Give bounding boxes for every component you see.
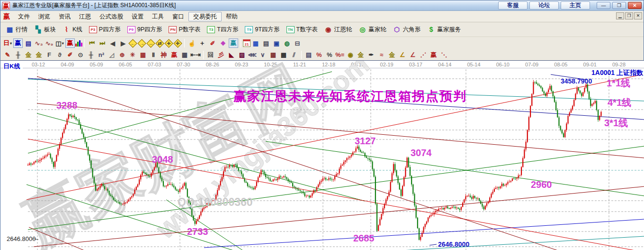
fan-box-icon[interactable]: ◣ [227, 50, 236, 60]
swap-horizontal-icon[interactable]: ⇄ [155, 39, 164, 47]
menu-item-资讯[interactable]: 资讯 [54, 12, 75, 21]
gold-box-icon[interactable]: 金 [387, 50, 397, 60]
target-circle-icon[interactable]: ⊕ [117, 50, 127, 60]
speed-lines-icon[interactable]: ⋰ [419, 50, 428, 60]
percent-table-icon[interactable]: ▤ [304, 50, 313, 60]
grid-b-icon[interactable]: ▩ [279, 50, 288, 60]
period-day-icon[interactable]: 日▾ [3, 38, 12, 48]
toolbar-kline[interactable]: ⌇K线 [59, 24, 86, 35]
send-web-icon[interactable]: ◍ [282, 38, 292, 48]
child-minimize-button[interactable]: ▁ [616, 12, 624, 19]
shift-right-icon[interactable]: → [137, 39, 146, 47]
child-close-button[interactable]: ✕ [634, 12, 642, 19]
grid-123-icon[interactable]: ▦ [180, 50, 189, 60]
minimize-button[interactable]: — [597, 2, 610, 9]
chart-3-icon[interactable]: ∿₃ [34, 38, 44, 48]
angle-tool-icon[interactable]: ◿ [107, 50, 116, 60]
spiral-tool-icon[interactable]: ϑ [55, 50, 64, 60]
toolbar-t-number-table[interactable]: TNT数字表 [283, 24, 321, 35]
ying-tool-icon[interactable]: 赢 [170, 50, 179, 60]
v-lines-icon[interactable]: ∨ [258, 50, 268, 60]
ink-pen-icon[interactable]: ✒ [367, 50, 376, 60]
percent-zigzag-icon[interactable]: % [314, 50, 324, 60]
toolbar-hexagon[interactable]: ⬡六角形 [390, 24, 424, 35]
calculator-icon[interactable]: ▦ [251, 38, 260, 48]
menu-item-公式选股[interactable]: 公式选股 [95, 12, 127, 21]
menu-item-江恩[interactable]: 江恩 [75, 12, 95, 21]
grid-target-icon[interactable]: ▦ [138, 50, 148, 60]
f-angle-icon[interactable]: ∠ [408, 50, 418, 60]
marker-brush-icon[interactable]: ✐ [65, 50, 75, 60]
toolbar-9t-square[interactable]: T99T四方形 [242, 24, 283, 35]
winner-stamp-blue-icon[interactable]: 赢 [13, 38, 23, 48]
menu-item-帮助[interactable]: 帮助 [222, 12, 242, 21]
gold-ruler-b-icon[interactable]: 金 [34, 50, 44, 60]
customer-service-button[interactable]: 客服 [498, 1, 528, 9]
info-panel-icon[interactable]: ▤ [24, 38, 33, 48]
save-icon[interactable]: ▣ [272, 38, 281, 48]
price-ruler-icon[interactable]: ╫ [86, 50, 96, 60]
trend-arrows-icon[interactable]: ⋘ [248, 50, 257, 60]
toolbar-gann-wheel[interactable]: ◉江恩轮 [321, 24, 356, 35]
menu-item-文件[interactable]: 文件 [14, 12, 34, 21]
print-icon[interactable]: ⊟ [293, 38, 302, 48]
volume-bars-icon[interactable] [75, 40, 82, 46]
toolbar-9p-square[interactable]: P99P四方形 [124, 24, 166, 35]
gold-circle-icon[interactable]: ◉ [346, 50, 355, 60]
toolbar-p-square[interactable]: P3P四方形 [86, 24, 124, 35]
fan-lines-icon[interactable]: 彡 [216, 50, 226, 60]
toolbar-t-square[interactable]: T3T四方形 [204, 24, 242, 35]
time-circle-icon[interactable]: ⊙ [76, 50, 85, 60]
toolbar-sectors[interactable]: ▚板块 [31, 24, 59, 35]
shen-tool-icon[interactable]: 神 [159, 50, 169, 60]
next-page-icon[interactable]: ▶ [118, 38, 128, 48]
menu-item-浏览[interactable]: 浏览 [34, 12, 54, 21]
candle-style-icon[interactable]: ◫▾ [55, 38, 64, 48]
expand-all-icon[interactable]: ✛ [164, 39, 173, 47]
gold-ruler-a-icon[interactable]: 金 [24, 50, 33, 60]
homepage-button[interactable]: 主页 [561, 1, 590, 9]
child-restore-button[interactable]: ❐ [625, 12, 633, 19]
pattern-tool-icon[interactable]: ❖ [218, 38, 228, 48]
menu-item-交易委托[interactable]: 交易委托 [188, 12, 222, 21]
toolbar-p-number-table[interactable]: PNP数字表 [165, 24, 204, 35]
winner-stamp-cyan-icon[interactable]: 赢 [229, 38, 238, 48]
last-page-icon[interactable]: ⏭ [98, 38, 107, 48]
j-angle-icon[interactable]: ∠ [398, 50, 407, 60]
parallel-lines-icon[interactable]: ⫽ [289, 50, 299, 60]
close-button[interactable]: ✕ [628, 2, 642, 9]
menu-item-工具[interactable]: 工具 [148, 12, 168, 21]
toolbar-quotes[interactable]: ▦行情 [2, 24, 31, 35]
gann-ruler-icon[interactable]: ╫ [13, 50, 23, 60]
percent-lines-icon[interactable]: %≡ [335, 50, 345, 60]
calendar-icon[interactable]: 21 [243, 39, 250, 47]
star-burst-icon[interactable]: ✳ [128, 50, 137, 60]
menu-item-设置[interactable]: 设置 [127, 12, 148, 21]
ying-fan-icon[interactable]: 赢 [429, 50, 438, 60]
wave-overlay-icon[interactable]: ≈ [377, 50, 386, 60]
chart-panel[interactable]: 日K线 1A0001 上证指数 03-1204-0905-0906-0507-0… [0, 61, 644, 250]
k-quote-icon[interactable]: Ⅱ [149, 50, 158, 60]
zoom-extents-icon[interactable]: ✢ [173, 39, 182, 47]
restore-button[interactable]: ❐ [612, 2, 626, 9]
down-fan-icon[interactable]: ⋱ [439, 50, 449, 60]
n-square-icon[interactable]: n² [97, 50, 106, 60]
toolbar-winner-service[interactable]: $赢家服务 [424, 24, 464, 35]
toolbar-winner-wheel[interactable]: ◎赢家轮 [355, 24, 390, 35]
gold-lines-icon[interactable]: 金 [356, 50, 366, 60]
draw-brush-icon[interactable]: ✎ [3, 50, 12, 60]
width-measure-icon[interactable]: ⇤⇥ [190, 50, 201, 60]
crosshair-icon[interactable]: ＋ [197, 38, 207, 48]
drag-hand-icon[interactable]: ☝ [187, 38, 197, 48]
shift-left-icon[interactable]: ← [128, 39, 137, 47]
first-page-icon[interactable]: ⏮ [87, 38, 97, 48]
menu-item-窗口[interactable]: 窗口 [168, 12, 188, 21]
percent-plain-icon[interactable]: % [325, 50, 334, 60]
winner-stamp-red-icon[interactable]: 赢 [65, 38, 75, 48]
fan-square-icon[interactable]: ▨ [237, 50, 247, 60]
fib-ruler-icon[interactable]: F [45, 50, 54, 60]
box-tool-icon[interactable]: 回 [206, 50, 215, 60]
notes-icon[interactable]: ▤ [261, 38, 271, 48]
erase-tool-icon[interactable]: ✐ [208, 38, 217, 48]
forum-button[interactable]: 论坛 [529, 1, 559, 9]
